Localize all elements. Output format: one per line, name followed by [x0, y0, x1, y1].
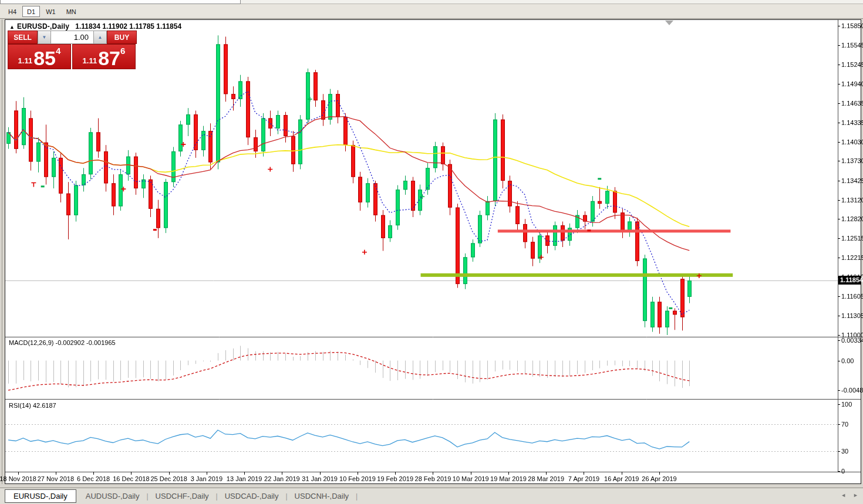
sell-price-pips: 85 [33, 49, 56, 67]
collapse-triangle-icon[interactable]: ▲ [9, 24, 15, 30]
date-axis-label: 16 Apr 2019 [604, 475, 639, 482]
volume-input[interactable] [51, 31, 93, 44]
date-axis-label: 18 Nov 2018 [0, 475, 36, 482]
buy-button[interactable]: BUY [107, 31, 137, 44]
one-click-trade-panel: SELL ▼ ▲ BUY 1.11 85 4 1.11 87 6 [8, 31, 137, 69]
macd-axis-label: -0.004885 [841, 386, 863, 394]
date-axis-label: 28 Feb 2019 [415, 475, 451, 482]
toolbar-remnant [0, 0, 241, 4]
price-axis-label: 1.12215 [841, 253, 863, 262]
window-top-strip [0, 0, 863, 4]
date-axis-label: 3 Jan 2019 [191, 475, 223, 482]
tab-separator: | [356, 492, 358, 500]
rsi-axis-label: 0 [841, 467, 845, 475]
tab-scroll-left-icon[interactable]: ◄ [841, 492, 846, 498]
timeframe-button-mn[interactable]: MN [62, 6, 81, 17]
timeframe-button-h4[interactable]: H4 [4, 6, 21, 17]
current-price-tag: 1.11854 [838, 276, 861, 285]
date-axis-label: 31 Jan 2019 [302, 475, 338, 482]
sell-price-prefix: 1.11 [18, 56, 33, 65]
rsi-axis-label: 100 [841, 400, 852, 408]
price-axis-label: 1.13120 [841, 196, 863, 204]
date-axis-label: 10 Feb 2019 [339, 475, 376, 482]
symbol-tab-usdcad[interactable]: USDCAD-,Daily [218, 490, 286, 502]
volume-decrease-button[interactable]: ▼ [38, 31, 51, 44]
price-axis-label: 1.12820 [841, 215, 863, 223]
buy-price-pips: 87 [98, 49, 120, 67]
price-axis-label: 1.14940 [841, 80, 863, 88]
timeframe-toolbar: H4D1W1MN [0, 4, 863, 19]
price-axis-label: 1.14335 [841, 119, 863, 127]
price-axis-label: 1.14030 [841, 138, 863, 146]
date-axis-label: 10 Mar 2019 [453, 475, 489, 482]
date-axis-label: 13 Jan 2019 [227, 475, 262, 482]
symbol-tab-eurusd[interactable]: EURUSD-,Daily [5, 489, 76, 503]
chart-canvas[interactable] [5, 20, 861, 483]
symbol-tab-usdchf[interactable]: USDCHF-,Daily [149, 490, 216, 502]
price-axis-label: 1.13730 [841, 157, 863, 165]
price-axis-label: 1.11605 [841, 292, 863, 300]
date-axis-label: 28 Mar 2019 [528, 475, 564, 482]
price-axis-label: 1.12515 [841, 234, 863, 242]
chart-title: ▲EURUSD-,Daily1.11834 1.11902 1.11785 1.… [9, 22, 181, 31]
chart-symbol: EURUSD-,Daily [17, 22, 69, 31]
date-axis-label: 7 Apr 2019 [568, 475, 599, 482]
sell-price-point: 4 [56, 46, 60, 56]
volume-increase-button[interactable]: ▲ [93, 31, 107, 44]
price-axis-label: 1.15850 [841, 22, 863, 30]
macd-axis-label: 0.003346 [841, 336, 863, 344]
chart-window: ▲EURUSD-,Daily1.11834 1.11902 1.11785 1.… [5, 19, 861, 484]
price-axis-label: 1.13425 [841, 177, 863, 185]
rsi-indicator-label: RSI(14) 42.6187 [9, 402, 56, 409]
date-axis-label: 25 Dec 2018 [150, 475, 187, 482]
buy-price-point: 6 [120, 46, 125, 56]
price-axis-label: 1.15245 [841, 60, 863, 69]
buy-price-button[interactable]: 1.11 87 6 [72, 44, 136, 69]
scroll-marker-icon[interactable] [665, 21, 673, 25]
macd-indicator-label: MACD(12,26,9) -0.002902 -0.001965 [9, 339, 116, 346]
tab-scroll-right-icon[interactable]: ► [853, 492, 858, 498]
rsi-axis-label: 70 [841, 420, 848, 428]
date-axis-label: 26 Apr 2019 [642, 475, 676, 482]
symbol-tab-audusd[interactable]: AUDUSD-,Daily [79, 490, 147, 502]
rsi-axis-label: 30 [841, 447, 848, 455]
symbol-tab-usdcnh[interactable]: USDCNH-,Daily [288, 490, 356, 502]
window-left-frame [2, 19, 2, 484]
sell-price-button[interactable]: 1.11 85 4 [8, 44, 71, 69]
date-axis-label: 16 Dec 2018 [113, 475, 149, 482]
price-axis-label: 1.11305 [841, 312, 863, 320]
date-axis-label: 19 Mar 2019 [490, 475, 527, 482]
macd-axis-label: 0.00 [841, 357, 854, 365]
chart-ohlc-values: 1.11834 1.11902 1.11785 1.11854 [75, 22, 181, 31]
timeframe-button-d1[interactable]: D1 [22, 6, 40, 17]
timeframe-button-w1[interactable]: W1 [41, 6, 60, 17]
date-axis-label: 22 Jan 2019 [264, 475, 300, 482]
symbol-tab-bar: EURUSD-,DailyAUDUSD-,Daily|USDCHF-,Daily… [0, 488, 863, 504]
price-axis-label: 1.14635 [841, 99, 863, 107]
date-axis-label: 27 Nov 2018 [38, 475, 74, 482]
buy-price-prefix: 1.11 [83, 56, 97, 65]
date-axis-label: 6 Dec 2018 [77, 475, 110, 482]
price-axis-label: 1.15545 [841, 41, 863, 49]
date-axis-label: 19 Feb 2019 [377, 475, 413, 482]
sell-button[interactable]: SELL [8, 31, 38, 44]
symbol-tabs: EURUSD-,DailyAUDUSD-,Daily|USDCHF-,Daily… [5, 489, 358, 503]
